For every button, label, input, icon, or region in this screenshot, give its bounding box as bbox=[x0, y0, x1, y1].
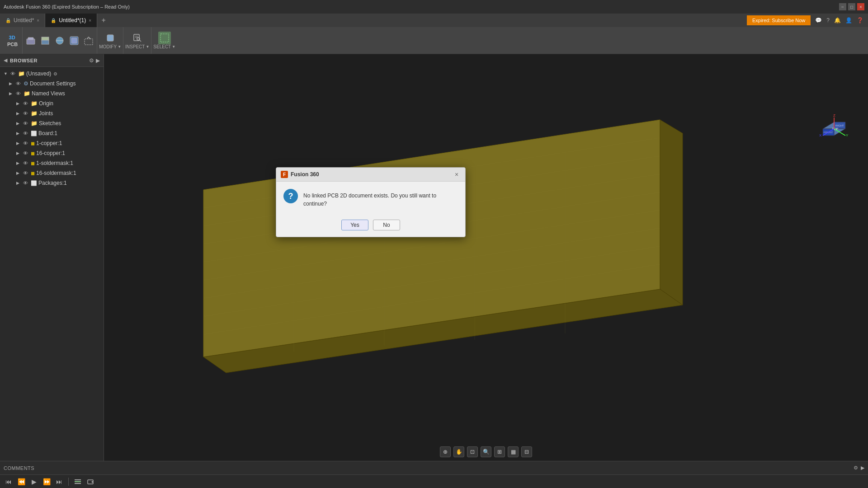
tree-item-joints[interactable]: ▶ 👁 📁 Joints bbox=[0, 108, 104, 118]
question-icon[interactable]: ❓ bbox=[857, 17, 863, 23]
toolbar-icon-2[interactable] bbox=[39, 34, 52, 47]
tree-item-packages[interactable]: ▶ 👁 ⬜ Packages:1 bbox=[0, 178, 104, 188]
tree-item-1copper[interactable]: ▶ 👁 ◼ 1-copper:1 bbox=[0, 138, 104, 148]
chat-icon[interactable]: 💬 bbox=[815, 17, 822, 23]
comments-label: COMMENTS bbox=[4, 465, 34, 471]
tree-label-origin: Origin bbox=[39, 100, 53, 107]
nav-more-button[interactable]: ⊟ bbox=[521, 446, 532, 457]
timeline-prev-button[interactable]: ⏪ bbox=[16, 477, 26, 487]
close-button[interactable]: × bbox=[857, 3, 864, 10]
inspect-label[interactable]: INSPECT ▼ bbox=[125, 44, 149, 49]
tree-item-16copper[interactable]: ▶ 👁 ◼ 16-copper:1 bbox=[0, 148, 104, 158]
nav-controls: ⊕ ✋ ⊡ 🔍 ⊞ ▦ ⊟ bbox=[440, 446, 532, 457]
tree-root[interactable]: ▼ 👁 📁 (Unsaved) ⚙ bbox=[0, 69, 104, 79]
mode-selector[interactable]: 3D PCB bbox=[3, 27, 23, 54]
tab-untitled-1[interactable]: 🔒 Untitled*(1) × bbox=[45, 14, 97, 27]
tree-eye-docsettings[interactable]: 👁 bbox=[16, 81, 22, 86]
tree-item-named-views[interactable]: ▶ 👁 📁 Named Views bbox=[0, 89, 104, 99]
comments-expand-icon[interactable]: ▶ bbox=[861, 465, 864, 471]
tree-eye-packages[interactable]: 👁 bbox=[23, 180, 29, 186]
timeline-next-button[interactable]: ⏩ bbox=[42, 477, 52, 487]
bell-icon[interactable]: 🔔 bbox=[834, 17, 841, 23]
svg-rect-15 bbox=[160, 34, 169, 42]
tree-eye-root[interactable]: 👁 bbox=[10, 71, 17, 76]
browser-panel: ◀ BROWSER ⚙ ▶ ▼ 👁 📁 (Unsaved) ⚙ ▶ 👁 ⚙ bbox=[0, 54, 104, 461]
tab-close-icon-2[interactable]: × bbox=[89, 18, 91, 23]
nav-zoom-button[interactable]: 🔍 bbox=[481, 446, 491, 457]
browser-collapse-icon[interactable]: ◀ bbox=[4, 57, 7, 63]
dialog-overlay: F Fusion 360 × ? No linked PCB 2D docume… bbox=[104, 54, 868, 461]
toolbar-icon-5[interactable] bbox=[82, 34, 95, 47]
toolbar-icon-1[interactable] bbox=[24, 34, 37, 47]
nav-orbit-button[interactable]: ⊕ bbox=[440, 446, 451, 457]
help-icon[interactable]: ? bbox=[826, 17, 830, 23]
new-tab-button[interactable]: + bbox=[97, 14, 110, 27]
tree-item-origin[interactable]: ▶ 👁 📁 Origin bbox=[0, 99, 104, 108]
tree-eye-board[interactable]: 👁 bbox=[23, 131, 29, 136]
tree-eye-1soldermask[interactable]: 👁 bbox=[23, 160, 29, 166]
tree-arrow-16soldermask: ▶ bbox=[16, 171, 22, 175]
browser-title: BROWSER bbox=[10, 58, 38, 63]
tree-item-1soldermask[interactable]: ▶ 👁 ◼ 1-soldermask:1 bbox=[0, 158, 104, 168]
svg-marker-47 bbox=[91, 481, 93, 483]
modify-icon-1[interactable] bbox=[104, 32, 117, 44]
subscribe-button[interactable]: Expired: Subscribe Now bbox=[747, 15, 811, 25]
tree-arrow-docsettings: ▶ bbox=[9, 81, 14, 86]
tree-item-document-settings[interactable]: ▶ 👁 ⚙ Document Settings bbox=[0, 79, 104, 89]
tree-item-board[interactable]: ▶ 👁 ⬜ Board:1 bbox=[0, 128, 104, 138]
svg-rect-3 bbox=[42, 37, 49, 40]
nav-grid-button[interactable]: ▦ bbox=[508, 446, 519, 457]
viewport[interactable]: TOP RIGHT FRONT Z Y X F Fusion 360 bbox=[104, 54, 868, 461]
dialog-yes-button[interactable]: Yes bbox=[341, 220, 368, 230]
toolbar-icon-3[interactable] bbox=[53, 34, 66, 47]
svg-rect-7 bbox=[71, 38, 77, 43]
tree-folder-sketches: 📁 bbox=[31, 120, 38, 127]
toolbar-icon-4[interactable] bbox=[68, 34, 80, 47]
tab-untitled[interactable]: 🔒 Untitled* × bbox=[0, 14, 45, 27]
dialog-titlebar: F Fusion 360 × bbox=[276, 168, 465, 182]
nav-zoom-fit-button[interactable]: ⊡ bbox=[467, 446, 478, 457]
timeline-start-button[interactable]: ⏮ bbox=[4, 477, 14, 487]
minimize-button[interactable]: − bbox=[839, 3, 846, 10]
browser-expand-icon[interactable]: ▶ bbox=[96, 57, 100, 64]
modify-label[interactable]: MODIFY ▼ bbox=[99, 44, 121, 49]
select-icon[interactable] bbox=[158, 32, 171, 44]
tree-item-16soldermask[interactable]: ▶ 👁 ◼ 16-soldermask:1 bbox=[0, 168, 104, 178]
bottom-bar: ⏮ ⏪ ▶ ⏩ ⏭ bbox=[0, 474, 868, 488]
inspect-dropdown-arrow: ▼ bbox=[146, 45, 149, 49]
title-bar-text: Autodesk Fusion 360 (Expired Subscriptio… bbox=[4, 4, 839, 9]
tree-eye-namedviews[interactable]: 👁 bbox=[16, 91, 22, 96]
dialog-no-button[interactable]: No bbox=[373, 220, 400, 230]
timeline-camera-button[interactable] bbox=[85, 477, 95, 487]
tree-layer-16soldermask: ◼ bbox=[31, 170, 35, 176]
tab-close-icon[interactable]: × bbox=[37, 18, 39, 23]
tree-eye-origin[interactable]: 👁 bbox=[23, 101, 29, 106]
maximize-button[interactable]: □ bbox=[848, 3, 855, 10]
nav-display-settings-button[interactable]: ⊞ bbox=[494, 446, 505, 457]
timeline-play-button[interactable]: ▶ bbox=[29, 477, 39, 487]
tree-eye-joints[interactable]: 👁 bbox=[23, 111, 29, 116]
browser-settings-icon[interactable]: ⚙ bbox=[89, 57, 94, 64]
svg-rect-45 bbox=[75, 483, 81, 484]
dialog: F Fusion 360 × ? No linked PCB 2D docume… bbox=[276, 167, 466, 237]
tree-label-sketches: Sketches bbox=[39, 120, 61, 127]
user-icon[interactable]: 👤 bbox=[845, 17, 852, 23]
tree-arrow-joints: ▶ bbox=[16, 111, 22, 116]
tree-item-sketches[interactable]: ▶ 👁 📁 Sketches bbox=[0, 118, 104, 128]
tree-eye-sketches[interactable]: 👁 bbox=[23, 121, 29, 126]
dialog-close-button[interactable]: × bbox=[453, 170, 461, 178]
tree-eye-1copper[interactable]: 👁 bbox=[23, 141, 29, 146]
dialog-question-icon: ? bbox=[283, 189, 298, 203]
select-label[interactable]: SELECT ▼ bbox=[153, 44, 175, 49]
timeline-end-button[interactable]: ⏭ bbox=[54, 477, 64, 487]
dialog-buttons: Yes No bbox=[276, 215, 465, 237]
inspect-icon[interactable] bbox=[131, 32, 144, 44]
tree-eye-16copper[interactable]: 👁 bbox=[23, 150, 29, 156]
tree-label-docsettings: Document Settings bbox=[30, 80, 75, 87]
comments-settings-icon[interactable]: ⚙ bbox=[854, 465, 858, 471]
tree-arrow-16copper: ▶ bbox=[16, 151, 22, 155]
title-bar: Autodesk Fusion 360 (Expired Subscriptio… bbox=[0, 0, 868, 14]
nav-pan-button[interactable]: ✋ bbox=[453, 446, 464, 457]
tree-eye-16soldermask[interactable]: 👁 bbox=[23, 170, 29, 176]
timeline-settings-button[interactable] bbox=[73, 477, 83, 487]
